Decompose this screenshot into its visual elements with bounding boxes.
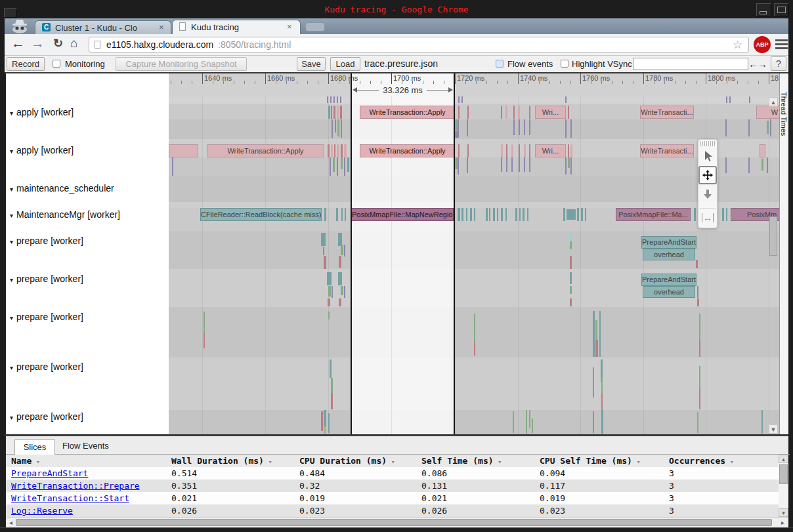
slice-name-link[interactable]: PrepareAndStart xyxy=(11,468,88,478)
loaded-filename: trace.presure.json xyxy=(364,58,438,69)
collapse-triangle-icon[interactable]: ▾ xyxy=(10,186,13,193)
hscroll-left-arrow[interactable]: ◂ xyxy=(7,518,15,527)
table-value-cell: 0.32 xyxy=(299,481,320,491)
collapse-triangle-icon[interactable]: ▾ xyxy=(10,212,13,219)
table-header-cell[interactable]: Wall Duration (ms)▿ xyxy=(171,456,272,466)
track-label[interactable]: ▾prepare [worker] xyxy=(10,312,83,322)
table-header-cell[interactable]: Name▿ xyxy=(11,456,40,466)
sort-arrow-icon[interactable]: ▿ xyxy=(391,459,395,465)
collapse-triangle-icon[interactable]: ▾ xyxy=(10,148,13,155)
sort-arrow-icon[interactable]: ▿ xyxy=(637,459,640,465)
load-button[interactable]: Load xyxy=(330,57,360,71)
track-label-text: MaintenanceMgr [worker] xyxy=(16,209,120,220)
tracing-toolbar: Record Monitoring Capture Monitoring Sna… xyxy=(5,56,788,73)
flow-events-checkbox[interactable] xyxy=(496,60,504,68)
highlight-vsync-checkbox[interactable] xyxy=(561,60,568,68)
table-hscrollbar[interactable]: ◂ ▸ xyxy=(7,517,788,527)
trace-slice[interactable]: WriteTransaction::Apply xyxy=(360,106,455,119)
table-value-cell: 0.086 xyxy=(421,468,447,478)
find-input[interactable] xyxy=(633,58,748,70)
slice-name-link[interactable]: WriteTransaction::Start xyxy=(11,493,129,503)
slice-name-link[interactable]: WriteTransaction::Prepare xyxy=(11,481,140,491)
track-label[interactable]: ▾prepare [worker] xyxy=(10,411,83,422)
abp-extension-icon[interactable]: ABP xyxy=(754,36,771,53)
track-label[interactable]: ▾prepare [worker] xyxy=(10,274,83,284)
track-label-text: prepare [worker] xyxy=(16,312,83,322)
table-header-cell[interactable]: CPU Duration (ms)▿ xyxy=(299,456,395,466)
tab-kudu-tracing[interactable]: Kudu tracing × xyxy=(172,20,301,34)
scroll-up-arrow[interactable]: ▲ xyxy=(769,97,778,106)
capture-snapshot-button[interactable]: Capture Monitoring Snapshot xyxy=(116,57,247,71)
save-button[interactable]: Save xyxy=(297,57,326,71)
vscroll-up-arrow[interactable]: ▴ xyxy=(779,455,788,463)
collapse-triangle-icon[interactable]: ▾ xyxy=(10,276,13,283)
table-header-cell[interactable]: Occurrences▿ xyxy=(669,456,734,466)
zoom-tool-icon[interactable] xyxy=(699,185,716,203)
slice-name-link[interactable]: Log::Reserve xyxy=(11,506,73,516)
track-label[interactable]: ▾prepare [worker] xyxy=(10,235,83,246)
find-prev-next-icons[interactable]: ←→ xyxy=(748,58,767,70)
window-maximize-button[interactable] xyxy=(774,3,789,16)
tab-cluster1-kudu[interactable]: C Cluster 1 - Kudu - Clo × xyxy=(35,20,171,34)
hscroll-thumb[interactable] xyxy=(16,519,772,526)
new-tab-button[interactable] xyxy=(305,22,325,31)
table-value-cell: 0.026 xyxy=(171,506,197,516)
sort-arrow-icon[interactable]: ▿ xyxy=(498,459,502,465)
header-label: Wall Duration (ms) xyxy=(171,456,264,466)
trace-slice[interactable]: WriteTransaction::Apply xyxy=(360,144,455,157)
analysis-tabstrip: Slices Flow Events xyxy=(6,436,790,455)
track-label[interactable]: ▾apply [worker] xyxy=(10,145,74,155)
back-button[interactable]: ← xyxy=(11,35,25,51)
sort-arrow-icon[interactable]: ▿ xyxy=(730,459,733,465)
collapse-triangle-icon[interactable]: ▾ xyxy=(10,238,13,245)
tab-close-icon[interactable]: × xyxy=(159,22,164,32)
selection-measurement[interactable]: 33.326 ms xyxy=(353,84,453,96)
palette-drag-handle[interactable] xyxy=(700,141,715,146)
trace-slice[interactable]: PosixMmapFile::MapNewRegion xyxy=(351,208,454,221)
track-label[interactable]: ▾MaintenanceMgr [worker] xyxy=(10,209,120,220)
url-bar[interactable]: e1105.halxg.cloudera.com :8050/tracing.h… xyxy=(89,37,749,52)
tab-flow-events[interactable]: Flow Events xyxy=(62,441,109,451)
chrome-menu-icon[interactable] xyxy=(775,39,788,50)
help-button[interactable]: ? xyxy=(771,56,786,71)
table-vscrollbar[interactable]: ▴ ▾ xyxy=(779,455,788,517)
table-row[interactable]: WriteTransaction::Prepare0.3510.320.1310… xyxy=(6,480,779,492)
table-header-cell[interactable]: Self Time (ms)▿ xyxy=(421,456,502,466)
table-row[interactable]: PrepareAndStart0.5140.4840.0860.0943 xyxy=(6,467,779,480)
bookmark-star-icon[interactable]: ☆ xyxy=(733,38,742,52)
track-label[interactable]: ▾maintenance_scheduler xyxy=(10,183,114,194)
collapse-triangle-icon[interactable]: ▾ xyxy=(10,414,13,421)
tab-slices[interactable]: Slices xyxy=(14,440,55,455)
home-button[interactable]: ⌂ xyxy=(70,36,77,51)
vscroll-thumb[interactable] xyxy=(779,464,788,484)
track-label-text: prepare [worker] xyxy=(16,274,83,284)
select-tool-icon[interactable] xyxy=(699,147,716,165)
pan-tool-icon[interactable] xyxy=(698,166,717,184)
forward-button[interactable]: → xyxy=(31,35,45,51)
reload-button[interactable]: ↻ xyxy=(53,36,63,51)
timeline-scrollbar[interactable]: ▲ ▼ xyxy=(768,96,779,434)
window-minimize-button[interactable] xyxy=(756,3,771,16)
page-favicon xyxy=(179,22,186,31)
table-row[interactable]: Log::Reserve0.0260.0230.0260.0233 xyxy=(6,504,779,517)
hscroll-right-arrow[interactable]: ▸ xyxy=(779,518,787,527)
scroll-thumb[interactable] xyxy=(769,216,777,256)
collapse-triangle-icon[interactable]: ▾ xyxy=(10,364,13,371)
timing-tool-icon[interactable]: ↔ xyxy=(699,208,716,227)
table-header-cell[interactable]: CPU Self Time (ms)▿ xyxy=(540,456,640,466)
monitoring-checkbox[interactable] xyxy=(53,60,60,68)
table-row[interactable]: WriteTransaction::Start0.0210.0190.0210.… xyxy=(6,492,779,504)
tab-close-icon[interactable]: × xyxy=(287,22,292,31)
scroll-down-arrow[interactable]: ▼ xyxy=(769,424,778,434)
track-label[interactable]: ▾apply [worker] xyxy=(10,107,74,117)
vscroll-down-arrow[interactable]: ▾ xyxy=(779,508,788,517)
analysis-panel: Slices Flow Events Name▿Wall Duration (m… xyxy=(5,436,788,527)
collapse-triangle-icon[interactable]: ▾ xyxy=(10,110,13,117)
sort-arrow-icon[interactable]: ▿ xyxy=(268,459,272,465)
trace-canvas[interactable]: 33.326 ms 1640 ms1660 ms1680 ms1700 ms17… xyxy=(169,73,779,434)
sort-arrow-icon[interactable]: ▿ xyxy=(36,459,39,465)
collapse-triangle-icon[interactable]: ▾ xyxy=(10,314,13,321)
record-button[interactable]: Record xyxy=(7,57,45,71)
table-value-cell: 3 xyxy=(669,493,674,503)
track-label[interactable]: ▾prepare [worker] xyxy=(10,361,83,372)
